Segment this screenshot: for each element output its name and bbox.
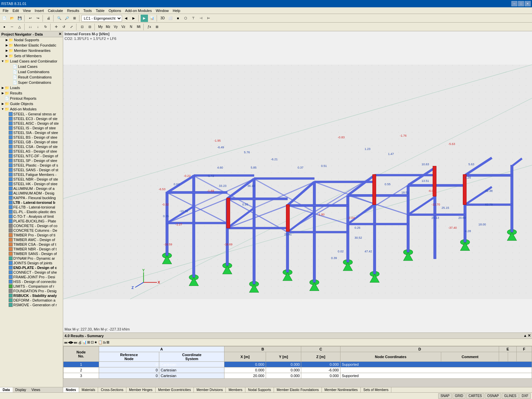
zoom-out-button[interactable]: 🔎 [63,15,70,22]
menu-item-insert[interactable]: Insert [33,8,46,13]
3d-button[interactable]: 3D [159,15,166,22]
bottom-tab-members[interactable]: Members [226,387,245,392]
run-button[interactable]: ▶ [141,15,148,22]
render-button[interactable]: ■ [174,15,182,22]
tree-item-steel-ntcdf[interactable]: STEEL NTC-DF - Design of [0,154,63,158]
tree-item-guide-objects[interactable]: ▶📁Guide Objects [0,101,63,106]
next-lc-button[interactable]: ▶ [130,15,137,22]
bottom-tab-member-hinges[interactable]: Member Hinges [126,387,156,392]
expander-member-nonlinear[interactable]: ▶ [5,49,9,53]
tree-item-steel-sia[interactable]: STEEL SIA - Design of stee [0,130,63,135]
move-button[interactable]: ✛ [53,23,60,31]
prev-lc-button[interactable]: ◀ [122,15,130,22]
bottom-tab-cross-sections[interactable]: Cross-Sections [98,387,126,392]
display-vy-button[interactable]: Vy [112,23,119,31]
res-filter-button[interactable]: ⊞ [87,340,90,344]
close-button[interactable]: ✕ [525,1,531,6]
tree-item-el-pl[interactable]: EL-PL - Elastic-plastic des [0,209,63,214]
tree-item-steel-bs[interactable]: STEEL BS - Design of stee [0,135,63,140]
tree-item-kappa[interactable]: KAPPA - Flexural buckling [0,196,63,200]
tree-item-steel-hk[interactable]: STEEL HK - Design of stee [0,182,63,186]
menu-item-calculate[interactable]: Calculate [46,8,65,13]
redo-button[interactable]: ↪ [34,15,42,22]
menu-item-view[interactable]: View [21,8,33,13]
tree-item-load-cases-combo[interactable]: ▼📁Load Cases and Combinatior [0,59,63,64]
maximize-button[interactable]: □ [518,1,524,6]
tree-item-timber-pro[interactable]: TIMBER Pro - Design of ti [0,233,63,237]
tree-item-steel-sp[interactable]: STEEL SP - Design of stee [0,158,63,163]
status-btn-cartes[interactable]: CARTES [466,393,484,399]
menu-item-results[interactable]: Results [65,8,81,13]
top-view-button[interactable]: ⊤ [190,15,197,22]
rotate-button[interactable]: ↺ [60,23,67,31]
tree-item-foundation-pro[interactable]: FOUNDATION Pro - Desig [0,289,63,293]
expander-guide-objects[interactable]: ▶ [1,102,5,106]
moment-button[interactable]: ↻ [42,23,49,31]
tree-item-aluminum[interactable]: ALUMINUM - Design of a [0,186,63,191]
formula-button[interactable]: ƒx [146,23,153,31]
res-table-button[interactable]: ⊠ [106,340,109,344]
res-select-button[interactable]: ⊡ [91,340,94,344]
table-button[interactable]: ⊞ [153,23,161,31]
menu-item-table[interactable]: Table [94,8,106,13]
display-n-button[interactable]: N [127,23,135,31]
model-button[interactable]: ⬡ [182,15,189,22]
res-print-button[interactable]: 🖨 [78,340,82,344]
tree-item-dynam-pro[interactable]: DYNAM Pro - Dynamic ar [0,256,63,261]
tree-item-printout-reports[interactable]: 📄Printout Reports [0,96,63,101]
status-btn-dxf[interactable]: DXF [519,393,531,399]
tab-data[interactable]: Data [0,387,13,392]
menu-item-options[interactable]: Options [106,8,123,13]
tree-item-limits[interactable]: LIMITS - Comparison of r [0,284,63,289]
res-excel-button[interactable]: 📊 [82,340,87,344]
tree-item-joints[interactable]: JOINTS Design of joints [0,261,63,265]
tree-item-steel-is[interactable]: STEEL IS - Design of stee [0,126,63,130]
tree-item-hss[interactable]: HSS - Design of connectio [0,279,63,284]
tree-item-timber-csa[interactable]: TIMBER CSA - Design of t [0,242,63,247]
bottom-tab-sets-of-members[interactable]: Sets of Members [361,387,392,392]
tree-item-steel-aisc[interactable]: STEEL AISC - Design of ste [0,121,63,126]
tree-item-timber-awc[interactable]: TIMBER AWC - Design of [0,237,63,242]
support-button[interactable]: △ [16,23,23,31]
res-highlight-button[interactable]: ★ [94,340,97,344]
tree-item-timber-sans[interactable]: TIMBER SANS - Design of [0,251,63,256]
expander-sets-of-members[interactable]: ▶ [5,54,9,58]
side-view-button[interactable]: ⊢ [205,15,212,22]
bottom-tab-nodes[interactable]: Nodes [63,387,79,392]
deselect-button[interactable]: ⊟ [86,23,93,31]
expander-member-elastic[interactable]: ▶ [5,43,9,47]
tree-item-concrete-columns[interactable]: CONCRETE Columns - De [0,228,63,233]
table-row[interactable]: 2 0 Cartesian 0.000 0.000 -6.000 [64,367,532,373]
menu-item-add-on-modules[interactable]: Add-on Modules [123,8,154,13]
bottom-tab-member-divisions[interactable]: Member Divisions [194,387,226,392]
load-case-combo[interactable]: LC1 - Eigengewicht [81,15,122,22]
menu-item-file[interactable]: File [1,8,11,13]
tree-item-concrete[interactable]: CONCRETE - Design of co [0,223,63,228]
tree-item-timber-nbr[interactable]: TIMBER NBR - Design of t [0,247,63,251]
bottom-tab-member-elastic-foundations[interactable]: Member Elastic Foundations [274,387,322,392]
tree-item-results[interactable]: ▶📁Results [0,90,63,96]
expander-loads[interactable]: ▶ [1,86,5,90]
member-button[interactable]: ─ [8,23,16,31]
tree-item-steel-general[interactable]: STEEL - General stress ar [0,112,63,116]
scale-button[interactable]: ⤢ [68,23,75,31]
save-button[interactable]: 💾 [16,15,23,22]
tab-display[interactable]: Display [13,387,29,392]
menu-item-tools[interactable]: Tools [81,8,94,13]
tree-item-member-elastic[interactable]: ▶📁Member Elastic Foundatic [0,43,63,48]
left-panel-close[interactable]: ✕ [59,32,62,36]
results-close[interactable]: ✕ [528,333,531,338]
tree-item-steel-plastic[interactable]: STEEL Plastic - Design of s [0,163,63,168]
tree-item-plate-buckling[interactable]: PLATE-BUCKLING - Plate [0,219,63,223]
res-last-button[interactable]: ⏭ [74,340,77,344]
tree-item-end-plate[interactable]: END-PLATE - Design of c [0,265,63,270]
res-formula-button[interactable]: fx [103,340,106,344]
status-btn-snap[interactable]: SNAP [438,393,452,399]
tree-item-member-nonlinear[interactable]: ▶📁Member Nonlinearities [0,48,63,53]
tree-item-rsmove[interactable]: RSMOVE - Generation of r [0,303,63,307]
expander-addon-modules[interactable]: ▼ [1,107,5,111]
tree-item-steel-csa[interactable]: STEEL CSA - Design of ste [0,144,63,149]
display-mz-button[interactable]: Mz [104,23,112,31]
select-button[interactable]: ⊡ [78,23,86,31]
res-next-button[interactable]: ▶ [71,340,73,344]
